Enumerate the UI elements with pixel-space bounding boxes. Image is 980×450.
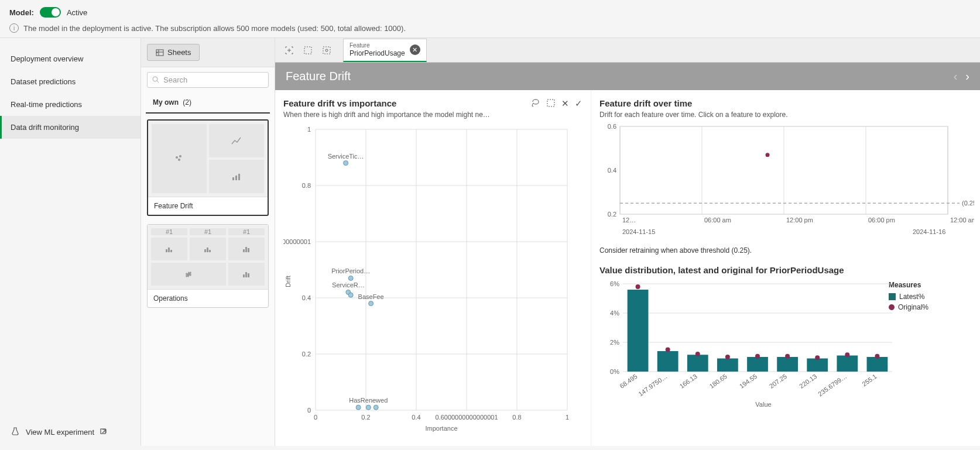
left-nav: Deployment overview Dataset predictions … (0, 38, 141, 446)
svg-text:1: 1 (566, 414, 569, 421)
feature-filter-tab[interactable]: Feature PriorPeriodUsage ✕ (343, 39, 427, 62)
svg-point-95 (666, 348, 670, 352)
svg-text:(0.25): (0.25) (962, 200, 974, 207)
svg-text:0.2: 0.2 (361, 414, 370, 421)
svg-text:ServiceTic…: ServiceTic… (328, 153, 364, 160)
svg-text:2%: 2% (610, 339, 619, 346)
thumb-line-icon (209, 124, 264, 157)
svg-text:0.6000000000000001: 0.6000000000000001 (283, 238, 311, 245)
model-label: Model: (9, 8, 34, 17)
svg-point-5 (178, 159, 180, 161)
svg-point-101 (725, 355, 730, 359)
time-svg: 0.20.40.612…06:00 am12:00 pm06:00 pm12:0… (599, 123, 974, 241)
lasso-icon[interactable] (531, 98, 540, 109)
svg-point-80 (766, 153, 770, 157)
chart-drift-over-time[interactable]: Feature drift over time Drift for each f… (599, 98, 972, 265)
svg-rect-112 (837, 356, 858, 372)
nav-deployment-overview[interactable]: Deployment overview (0, 47, 141, 70)
model-active-toggle[interactable] (40, 7, 61, 18)
myown-tab[interactable]: My own (2) (146, 92, 270, 114)
info-row: i The model in the deployment is active.… (9, 23, 971, 33)
svg-rect-11 (170, 250, 172, 252)
svg-text:PriorPeriod…: PriorPeriod… (331, 267, 370, 274)
svg-rect-97 (687, 355, 708, 372)
svg-text:0.8: 0.8 (302, 182, 311, 189)
svg-rect-15 (243, 249, 245, 252)
sheets-icon (156, 49, 164, 57)
sheet-card-label: Feature Drift (148, 197, 268, 215)
flask-icon (11, 427, 20, 438)
svg-text:4%: 4% (610, 310, 619, 317)
search-icon (152, 76, 160, 84)
nav-dataset-predictions[interactable]: Dataset predictions (0, 70, 141, 93)
info-icon: i (9, 23, 19, 33)
smart-search-icon[interactable] (281, 42, 297, 59)
view-ml-experiment[interactable]: View ML experiment (0, 418, 141, 446)
sheet-card-operations[interactable]: #1 #1 #1 Operations (147, 224, 269, 308)
svg-point-4 (179, 155, 181, 157)
svg-text:0.6000000000000001: 0.6000000000000001 (435, 414, 498, 421)
svg-point-107 (785, 354, 790, 359)
chart-actions: ✕ ✓ (531, 98, 582, 109)
svg-rect-24 (547, 99, 554, 107)
chart-value-distribution[interactable]: Value distribution, latest and original … (599, 265, 972, 398)
svg-text:12…: 12… (622, 217, 636, 224)
svg-rect-9 (166, 249, 167, 252)
sheet-card-feature-drift[interactable]: Feature Drift (147, 119, 269, 216)
svg-rect-10 (168, 248, 170, 252)
svg-text:06:00 am: 06:00 am (704, 217, 731, 224)
svg-point-61 (374, 405, 378, 410)
confirm-icon[interactable]: ✓ (575, 98, 582, 109)
chart-subtitle: When there is high drift and high import… (283, 111, 586, 119)
svg-rect-13 (207, 248, 208, 252)
svg-text:194.55: 194.55 (738, 373, 758, 390)
nav-data-drift[interactable]: Data drift monitoring (0, 116, 141, 139)
prev-sheet-icon[interactable]: ‹ (954, 70, 958, 83)
svg-point-56 (369, 301, 374, 306)
svg-point-98 (695, 352, 700, 356)
svg-rect-17 (248, 248, 249, 252)
chart-subtitle: Drift for each feature over time. Click … (599, 111, 972, 119)
svg-text:0.4: 0.4 (608, 167, 616, 174)
selection-tool-icon[interactable] (300, 42, 316, 59)
svg-text:0.8: 0.8 (512, 414, 521, 421)
next-sheet-icon[interactable]: › (965, 70, 969, 83)
svg-rect-19 (245, 272, 247, 277)
svg-text:ServiceR…: ServiceR… (332, 281, 365, 288)
svg-text:235.6799…: 235.6799… (817, 373, 848, 397)
svg-text:0: 0 (314, 414, 317, 421)
svg-text:12:00 am: 12:00 am (950, 217, 974, 224)
info-text: The model in the deployment is active. T… (23, 24, 406, 33)
svg-text:Drift: Drift (285, 276, 292, 287)
scatter-svg: 000.20.20.40.40.60000000000000010.600000… (283, 123, 576, 434)
dist-svg: 0%2%4%6%68.495147.9750…166.13180.65194.5… (599, 281, 904, 410)
svg-text:12:00 pm: 12:00 pm (786, 217, 813, 224)
svg-point-2 (153, 77, 157, 81)
svg-rect-103 (747, 357, 768, 372)
svg-text:06:00 pm: 06:00 pm (868, 217, 895, 224)
svg-point-58 (366, 405, 371, 410)
chart-drift-vs-importance[interactable]: Feature drift vs importance When there i… (275, 90, 591, 446)
header-bar: Model: Active i The model in the deploym… (0, 0, 980, 38)
feature-tab-value: PriorPeriodUsage (349, 49, 405, 57)
svg-point-113 (845, 352, 849, 357)
svg-text:255.1: 255.1 (861, 373, 878, 388)
search-input[interactable]: Search (147, 72, 269, 88)
bookmark-icon[interactable] (318, 42, 335, 59)
sheets-button[interactable]: Sheets (147, 44, 200, 61)
svg-text:Importance: Importance (425, 425, 457, 432)
svg-point-104 (755, 354, 760, 359)
svg-rect-94 (657, 351, 679, 372)
svg-text:2024-11-16: 2024-11-16 (913, 228, 945, 235)
svg-rect-91 (628, 290, 649, 372)
sheet-card-label: Operations (148, 289, 268, 307)
svg-point-116 (875, 354, 879, 359)
close-icon[interactable]: ✕ (410, 44, 420, 55)
svg-rect-6 (232, 177, 234, 180)
svg-point-23 (325, 49, 328, 51)
select-icon[interactable] (546, 98, 556, 109)
nav-realtime-predictions[interactable]: Real-time predictions (0, 93, 141, 116)
cancel-icon[interactable]: ✕ (561, 98, 569, 109)
svg-text:0.2: 0.2 (302, 351, 311, 358)
svg-point-51 (348, 276, 353, 280)
